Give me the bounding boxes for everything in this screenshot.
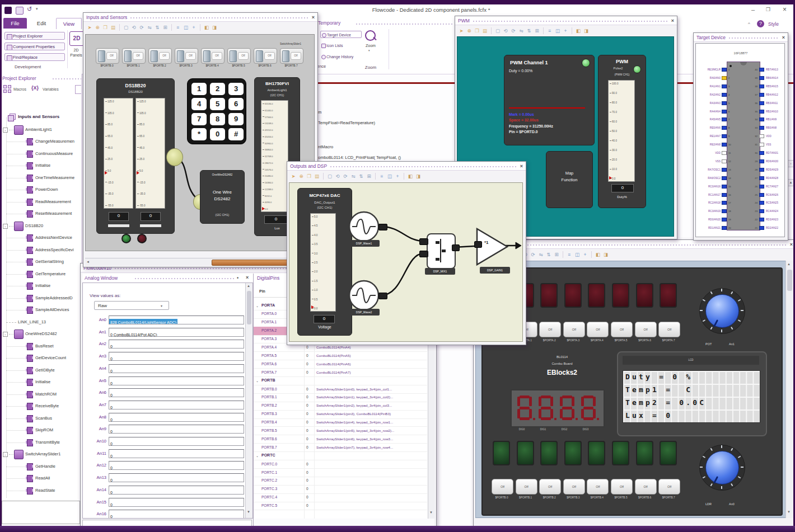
- scroll-down-icon[interactable]: ▼: [787, 510, 791, 514]
- rotate-left-icon[interactable]: ⟲: [502, 27, 509, 34]
- pin-row-porta-5[interactable]: PORTA.50ComboBL0114(PinA5): [254, 351, 427, 360]
- tree-item-onetimemeasureme[interactable]: OneTimeMeasureme: [0, 172, 82, 185]
- view-option-target-device[interactable]: Target Device: [320, 31, 362, 38]
- lux-value[interactable]: 0: [264, 215, 288, 224]
- tree-item-readmeasurement[interactable]: ReadMeasurement: [0, 196, 82, 209]
- tree-item-sampleaddressedd[interactable]: SampleAddressedD: [0, 293, 82, 305]
- port-b-switch-7[interactable]: Off: [658, 479, 680, 495]
- new-component-icon[interactable]: ▢: [123, 24, 129, 31]
- pin-pad-right[interactable]: [759, 185, 764, 189]
- pwm-channel-block[interactable]: PWM Channel 1Duty = 0.00%Mark = 0.00usSp…: [504, 55, 595, 145]
- pin-pad-right[interactable]: [759, 201, 764, 205]
- pin-pad-left[interactable]: [722, 93, 727, 97]
- pin-pad-right[interactable]: [759, 84, 764, 88]
- pin-pad-right[interactable]: [759, 126, 764, 130]
- pin-pad-left[interactable]: [722, 126, 727, 130]
- ribbon-button-project-explorer[interactable]: Project Explorer: [4, 32, 65, 40]
- pin-pad-right[interactable]: [759, 110, 764, 114]
- ribbon-button-find-replace[interactable]: Find/Replace: [4, 53, 65, 61]
- tree-item-readall[interactable]: ReadAll: [0, 473, 82, 485]
- zoom-button[interactable]: Zoom: [362, 44, 380, 48]
- pin-pad-left[interactable]: [722, 159, 727, 163]
- undo-icon[interactable]: ↺: [27, 6, 32, 13]
- pin-pad-right[interactable]: [759, 134, 764, 138]
- tree-item-powerdown[interactable]: PowerDown: [0, 184, 82, 196]
- pin-row-portc-0[interactable]: PORTC.00: [254, 460, 427, 469]
- tree-item-switcharrayslider1[interactable]: -SwitchArraySlider1: [0, 449, 82, 461]
- onewire-ds2482-block[interactable]: OneWireDS2482One WireDS2482(I2C CH1): [200, 170, 245, 224]
- bring-front-icon[interactable]: ◧: [575, 27, 582, 34]
- tree-item-resetmeasurement[interactable]: ResetMeasurement: [0, 208, 82, 220]
- outputs-dsp-panel-titlebar[interactable]: Outputs and DSP×: [287, 162, 526, 171]
- tree-item-continuousmeasure[interactable]: ContinuousMeasure: [0, 148, 82, 161]
- ldr-knob[interactable]: [705, 451, 739, 484]
- map-function-block[interactable]: MapFunction: [546, 151, 593, 208]
- tree-item-gethandle[interactable]: GetHandle: [0, 461, 82, 473]
- paste-icon[interactable]: ▤: [314, 173, 320, 180]
- analog-value-input[interactable]: 0: [109, 425, 244, 434]
- flip-horizontal-icon[interactable]: ⇋: [537, 251, 544, 258]
- analog-value-input[interactable]: 0: [109, 388, 244, 397]
- send-back-icon[interactable]: ◨: [583, 27, 590, 34]
- snap-grid-icon[interactable]: ⊞: [162, 24, 169, 31]
- flip-vertical-icon[interactable]: ⇅: [358, 173, 364, 180]
- analog-value-input[interactable]: 0: [109, 364, 244, 373]
- analog-value-input[interactable]: 0: [109, 486, 244, 495]
- 2d-panels-button[interactable]: 2D: [69, 31, 84, 46]
- new-component-icon[interactable]: ▢: [494, 27, 501, 34]
- send-back-icon[interactable]: ◨: [211, 24, 218, 31]
- scroll-left-icon[interactable]: ◄: [86, 260, 90, 263]
- pin-row-portb[interactable]: ⌄PORTB: [254, 376, 427, 385]
- pwm-slider-block[interactable]: PWMPulse2(PWM CH1)100.090.080.070.060.05…: [598, 55, 646, 208]
- style-button[interactable]: Style: [768, 21, 779, 27]
- properties-icon[interactable]: +: [582, 251, 588, 258]
- pin-row-porta-6[interactable]: PORTA.60ComboBL0114(PinA6): [254, 360, 427, 369]
- pin-pad-right[interactable]: [759, 117, 764, 121]
- send-back-icon[interactable]: ◨: [602, 251, 609, 258]
- properties-icon[interactable]: +: [562, 27, 569, 34]
- tab-edit[interactable]: Edit: [30, 18, 53, 29]
- pin-pad-right[interactable]: [759, 68, 764, 72]
- port-a-switch-6[interactable]: Off: [635, 322, 657, 337]
- flip-horizontal-icon[interactable]: ⇋: [518, 27, 525, 34]
- eblocks-panel-close-icon[interactable]: ×: [790, 242, 793, 247]
- pan-icon[interactable]: ⊕: [466, 27, 473, 34]
- pin-row-portc-2[interactable]: PORTC.20: [254, 477, 427, 486]
- dsp-mix-block[interactable]: [427, 233, 456, 269]
- analog-window-titlebar[interactable]: Analog Window•×: [82, 274, 253, 283]
- port-b-switch-3[interactable]: Off: [563, 479, 585, 495]
- green-led-5[interactable]: [612, 441, 629, 465]
- minimize-button[interactable]: –: [751, 6, 755, 13]
- flip-vertical-icon[interactable]: ⇅: [526, 27, 532, 34]
- snap-grid-icon[interactable]: ⊞: [534, 27, 540, 34]
- tab-variables[interactable]: Variables: [43, 87, 59, 91]
- rotate-left-icon[interactable]: ⟲: [130, 24, 137, 31]
- tree-item-receivebyte[interactable]: ReceiveByte: [0, 401, 82, 413]
- properties-icon[interactable]: +: [394, 173, 401, 180]
- pwm-duty-value[interactable]: 0: [611, 184, 634, 192]
- tab-partial-icon[interactable]: [75, 85, 81, 94]
- pin-pad-right[interactable]: [759, 226, 764, 230]
- pin-pad-left[interactable]: [722, 68, 727, 72]
- group-icon[interactable]: ◫: [183, 24, 189, 31]
- scroll-down-icon[interactable]: ▼: [247, 510, 250, 514]
- pin-row-portb-4[interactable]: PORTB.40SwitchArraySlider1(pin4), keypad…: [254, 418, 427, 427]
- align-icon[interactable]: ≡: [175, 24, 181, 31]
- tree-item-initialise[interactable]: Initialise: [0, 160, 82, 172]
- group-collapse-icon[interactable]: ⌄: [256, 454, 259, 458]
- select-icon[interactable]: ➤: [458, 27, 465, 34]
- flip-horizontal-icon[interactable]: ⇋: [146, 24, 153, 31]
- tree-item-gettemperature[interactable]: GetTemperature: [0, 269, 82, 281]
- pwm-panel-close-icon[interactable]: ×: [671, 18, 674, 23]
- tree-item-ds18b20[interactable]: -DS18B20: [0, 220, 82, 233]
- view-option-change-history[interactable]: Change History: [320, 53, 362, 60]
- scroll-thumb[interactable]: [787, 270, 792, 291]
- tree-item-changemeasuremen[interactable]: ChangeMeasuremen: [0, 136, 82, 148]
- scroll-down-icon[interactable]: ▼: [429, 511, 433, 514]
- scroll-up-icon[interactable]: ▲: [247, 284, 250, 288]
- group-icon[interactable]: ◫: [574, 251, 581, 258]
- port-a-switch-3[interactable]: Off: [563, 322, 585, 337]
- port-b-switch-0[interactable]: Off: [492, 479, 513, 495]
- tree-item-getidbyte[interactable]: GetIDByte: [0, 365, 82, 377]
- green-led-7[interactable]: [660, 441, 677, 465]
